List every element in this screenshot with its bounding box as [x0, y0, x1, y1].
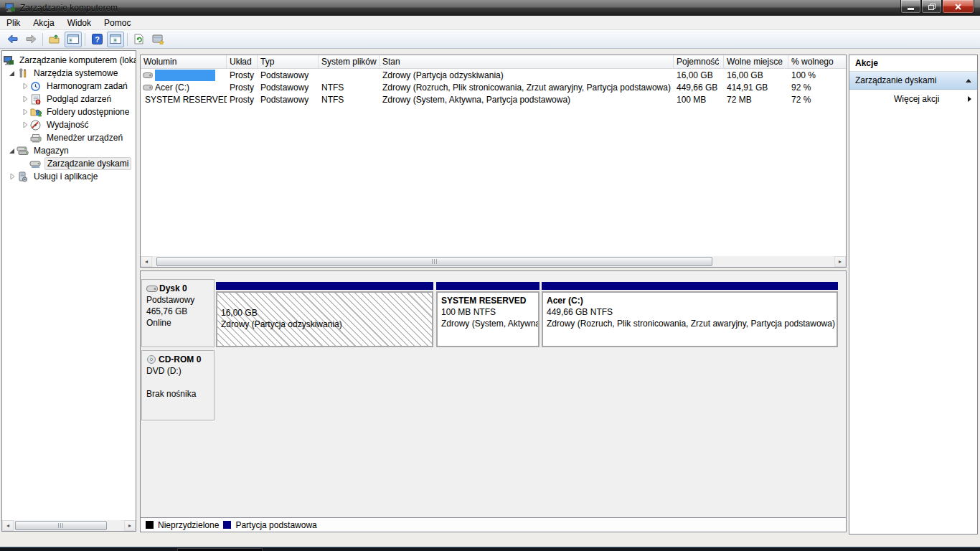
scroll-left-icon[interactable]: ◂: [141, 256, 152, 267]
tree-horizontal-scrollbar[interactable]: ◂ ▸: [2, 520, 136, 531]
column-header-stan[interactable]: Stan: [380, 55, 674, 68]
refresh-icon[interactable]: [131, 32, 148, 47]
disk-management-icon: [29, 158, 42, 169]
partition1-type-bar: [216, 282, 433, 290]
volume-row-recovery[interactable]: Prosty Podstawowy Zdrowy (Partycja odzys…: [141, 69, 846, 81]
partition-status: Zdrowy (Partycja odzyskiwania): [221, 319, 428, 330]
window-title: Zarządzanie komputerem: [20, 3, 118, 13]
shared-folders-icon: [29, 106, 42, 118]
menu-bar: Plik Akcja Widok Pomoc: [0, 16, 980, 30]
partition2-type-bar: [436, 282, 540, 290]
expanded-icon[interactable]: [8, 69, 17, 77]
disk0-label-panel[interactable]: Dysk 0 Podstawowy 465,76 GB Online: [141, 279, 215, 347]
volume-row-system-reserved[interactable]: SYSTEM RESERVED Prosty Podstawowy NTFS Z…: [141, 93, 846, 105]
more-actions-item[interactable]: Więcej akcji: [849, 90, 977, 108]
tree-item-performance[interactable]: Wydajność: [2, 118, 136, 131]
title-bar: Zarządzanie komputerem: [0, 0, 980, 16]
app-icon: [4, 2, 16, 13]
taskbar-edge[interactable]: [0, 547, 980, 551]
scrollbar-thumb[interactable]: [156, 257, 712, 266]
collapsed-icon[interactable]: [21, 108, 29, 116]
partition-size: 16,00 GB: [221, 307, 428, 319]
partition-recovery[interactable]: 16,00 GB Zdrowy (Partycja odzyskiwania): [216, 291, 433, 347]
minimize-button[interactable]: [900, 0, 921, 14]
column-header-system-plikow[interactable]: System plików: [319, 55, 380, 68]
selected-volume-highlight: [155, 70, 215, 81]
tree-item-task-scheduler[interactable]: Harmonogram zadań: [2, 80, 136, 93]
partition-size: 100 MB NTFS: [441, 306, 534, 318]
export-list-icon[interactable]: [46, 32, 63, 47]
volume-icon: [143, 84, 153, 91]
tree-item-label: Zarządzanie dyskami: [44, 157, 131, 170]
cd-icon: [146, 355, 157, 364]
performance-icon: [29, 119, 42, 131]
volume-list-horizontal-scrollbar[interactable]: ◂ ▸: [141, 256, 846, 267]
system-tools-icon: [17, 67, 29, 79]
collapse-icon[interactable]: [966, 79, 971, 83]
taskbar-button-edge[interactable]: [177, 548, 263, 551]
actions-section-disk-management[interactable]: Zarządzanie dyskami: [849, 72, 977, 90]
help-icon[interactable]: ?: [88, 32, 105, 47]
console-tree-panel: Zarządzanie komputerem (loka Narzędzia s…: [1, 50, 136, 532]
column-header-typ[interactable]: Typ: [258, 55, 319, 68]
tree-item-services-applications[interactable]: Usługi i aplikacje: [2, 170, 136, 183]
computer-management-window: Zarządzanie komputerem Plik Akcja Widok …: [0, 0, 980, 551]
show-console-tree-icon[interactable]: [65, 32, 82, 47]
menu-pomoc[interactable]: Pomoc: [98, 17, 137, 29]
disk0-status: Online: [146, 317, 209, 329]
volume-row-acer-c[interactable]: Acer (C:) Prosty Podstawowy NTFS Zdrowy …: [141, 81, 846, 93]
partition-system-reserved[interactable]: SYSTEM RESERVED 100 MB NTFS Zdrowy (Syst…: [436, 291, 540, 347]
column-header-wolumin[interactable]: Wolumin: [141, 55, 227, 68]
restore-button[interactable]: [921, 0, 942, 14]
tree-item-event-viewer[interactable]: Podgląd zdarzeń: [2, 93, 136, 105]
scroll-left-icon[interactable]: ◂: [2, 520, 14, 531]
tree-item-disk-management[interactable]: Zarządzanie dyskami: [2, 157, 136, 170]
column-header-wolne-miejsce[interactable]: Wolne miejsce: [724, 55, 788, 68]
tree-item-storage[interactable]: Magazyn: [2, 144, 136, 157]
disk0-type: Podstawowy: [146, 294, 209, 306]
cdrom-label-panel[interactable]: CD-ROM 0 DVD (D:) Brak nośnika: [141, 350, 215, 420]
collapsed-icon[interactable]: [21, 95, 29, 103]
show-action-pane-icon[interactable]: [107, 32, 124, 47]
tree-item-label: Wydajność: [44, 119, 91, 131]
storage-icon: [17, 145, 29, 156]
tree-item-system-tools[interactable]: Narzędzia systemowe: [2, 67, 136, 80]
partition-status: Zdrowy (Rozruch, Plik stronicowania, Zrz…: [547, 318, 833, 329]
menu-plik[interactable]: Plik: [0, 17, 27, 29]
collapsed-icon[interactable]: [8, 172, 17, 181]
partition-name: SYSTEM RESERVED: [441, 295, 534, 306]
tree-item-device-manager[interactable]: Menedżer urządzeń: [2, 131, 136, 144]
tree-item-computer-management[interactable]: Zarządzanie komputerem (loka: [2, 54, 136, 67]
scrollbar-thumb[interactable]: [15, 521, 107, 530]
menu-widok[interactable]: Widok: [61, 17, 98, 29]
partition-acer-c[interactable]: Acer (C:) 449,66 GB NTFS Zdrowy (Rozruch…: [542, 291, 838, 347]
menu-akcja[interactable]: Akcja: [27, 17, 60, 29]
no-expander: [21, 133, 29, 142]
cdrom-media-status: Brak nośnika: [146, 388, 209, 400]
column-header-uklad[interactable]: Układ: [227, 55, 258, 68]
column-header-pct-wolnego[interactable]: % wolnego: [788, 55, 842, 68]
disk0-name: Dysk 0: [159, 283, 187, 294]
console-tree: Zarządzanie komputerem (loka Narzędzia s…: [2, 54, 136, 520]
collapsed-icon[interactable]: [21, 121, 29, 129]
scroll-right-icon[interactable]: ▸: [124, 520, 136, 531]
computer-icon: [2, 55, 14, 66]
back-icon[interactable]: [4, 32, 21, 47]
expanded-icon[interactable]: [8, 146, 17, 155]
forward-icon[interactable]: [22, 32, 39, 47]
primary-partition-swatch: [223, 521, 231, 529]
legend-bar: Nieprzydzielone Partycja podstawowa: [141, 517, 846, 532]
actions-panel: Akcje Zarządzanie dyskami Więcej akcji: [849, 55, 978, 534]
close-button[interactable]: [942, 0, 974, 14]
toolbar: ?: [0, 30, 980, 49]
disk-management-settings-icon[interactable]: [149, 32, 166, 47]
tree-item-label: Usługi i aplikacje: [32, 171, 100, 182]
actions-panel-title: Akcje: [849, 55, 977, 72]
legend-label-unallocated: Nieprzydzielone: [158, 520, 219, 530]
disk-icon: [146, 285, 158, 293]
scroll-right-icon[interactable]: ▸: [834, 256, 846, 267]
column-header-pojemnosc[interactable]: Pojemność: [674, 55, 724, 68]
device-manager-icon: [29, 132, 42, 143]
collapsed-icon[interactable]: [21, 82, 29, 90]
tree-item-shared-folders[interactable]: Foldery udostępnione: [2, 105, 136, 118]
